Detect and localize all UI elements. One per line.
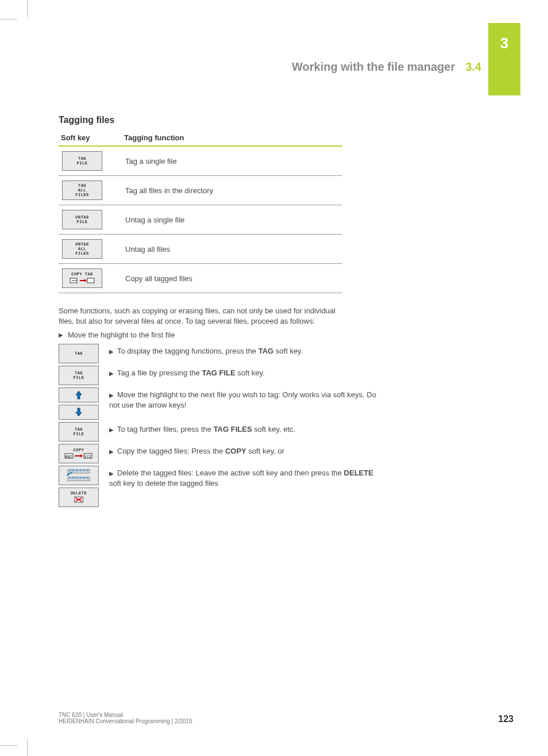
table-cell-desc: Untag all files bbox=[122, 235, 342, 264]
step-text: ▶To display the tagging functions, press… bbox=[109, 344, 380, 356]
table-cell-desc: Copy all tagged files bbox=[122, 264, 342, 293]
softkey-tag-file: TAGFILE bbox=[59, 422, 99, 442]
header-section: 3.4 bbox=[465, 60, 481, 74]
chapter-number: 3 bbox=[500, 34, 508, 52]
page-header: Working with the file manager 3.4 bbox=[292, 60, 481, 74]
back-key bbox=[59, 466, 99, 485]
softkey-row-icon bbox=[64, 469, 93, 482]
triangle-icon: ▶ bbox=[109, 392, 114, 400]
first-bullet: ▶ Move the highlight to the first file bbox=[59, 331, 380, 339]
delete-key: DELETE bbox=[59, 488, 99, 507]
chapter-tab: 3 bbox=[488, 23, 520, 95]
softkey-tag-file: TAGFILE bbox=[59, 366, 99, 385]
footer-line2: HEIDENHAIN Conversational Programming | … bbox=[59, 718, 192, 724]
step-text: ▶Copy the tagged files: Press the COPY s… bbox=[109, 444, 380, 456]
step-text: ▶Delete the tagged files: Leave the acti… bbox=[109, 466, 380, 488]
step-row: TAG▶To display the tagging functions, pr… bbox=[59, 344, 380, 363]
footer-line1: TNC 620 | User's Manual bbox=[59, 712, 192, 718]
softkey-tag-all-files: TAGALLFILES bbox=[62, 181, 102, 200]
softkey-tag: TAG bbox=[59, 344, 99, 363]
softkey-untag-file: UNTAGFILE bbox=[62, 210, 102, 229]
step-row: COPYABCXYZ▶Copy the tagged files: Press … bbox=[59, 444, 380, 463]
arrow-up-key bbox=[59, 387, 99, 402]
arrow-up-icon bbox=[75, 390, 83, 400]
table-row: COPY TAGCopy all tagged files bbox=[59, 264, 342, 293]
step-text: ▶Tag a file by pressing the TAG FILE sof… bbox=[109, 366, 380, 378]
arrow-down-icon bbox=[75, 407, 83, 417]
table-cell-desc: Tag a single file bbox=[122, 146, 342, 176]
section-heading: Tagging files bbox=[59, 115, 380, 125]
svg-text:XYZ: XYZ bbox=[84, 454, 91, 458]
table-row: UNTAGALLFILESUntag all files bbox=[59, 235, 342, 264]
triangle-icon: ▶ bbox=[109, 370, 114, 378]
table-row: UNTAGFILEUntag a single file bbox=[59, 205, 342, 235]
step-text: ▶Move the highlight to the next file you… bbox=[109, 387, 380, 410]
step-row: TAGFILE▶Tag a file by pressing the TAG F… bbox=[59, 366, 380, 385]
arrow-down-key bbox=[59, 405, 99, 420]
table-header-softkey: Soft key bbox=[59, 131, 122, 146]
softkey-copy-tag: COPY TAG bbox=[62, 268, 102, 288]
header-title: Working with the file manager bbox=[292, 60, 455, 74]
triangle-icon: ▶ bbox=[109, 448, 114, 456]
steps-list: TAG▶To display the tagging functions, pr… bbox=[59, 344, 380, 507]
triangle-icon: ▶ bbox=[59, 331, 63, 339]
table-cell-desc: Untag a single file bbox=[122, 205, 342, 235]
svg-rect-1 bbox=[87, 278, 94, 283]
delete-x-icon bbox=[74, 496, 84, 504]
triangle-icon: ▶ bbox=[109, 470, 114, 478]
first-bullet-text: Move the highlight to the first file bbox=[68, 331, 175, 339]
step-text: ▶To tag further files, press the TAG FIL… bbox=[109, 422, 380, 435]
softkey-untag-all-files: UNTAGALLFILES bbox=[62, 239, 102, 259]
triangle-icon: ▶ bbox=[109, 426, 114, 434]
table-cell-desc: Tag all files in the directory bbox=[122, 176, 342, 205]
copy-key: COPYABCXYZ bbox=[59, 444, 99, 463]
copy-tag-icon bbox=[63, 277, 102, 285]
step-row: DELETE▶Delete the tagged files: Leave th… bbox=[59, 466, 380, 507]
triangle-icon: ▶ bbox=[109, 348, 114, 356]
softkey-table: Soft key Tagging function TAGFILETag a s… bbox=[59, 131, 342, 293]
table-row: TAGFILETag a single file bbox=[59, 146, 342, 176]
intro-paragraph: Some functions, such as copying or erasi… bbox=[59, 306, 345, 326]
page-footer: TNC 620 | User's Manual HEIDENHAIN Conve… bbox=[59, 712, 514, 724]
copy-abc-xyz-icon: ABCXYZ bbox=[64, 452, 93, 459]
step-row: ▶Move the highlight to the next file you… bbox=[59, 387, 380, 420]
svg-text:ABC: ABC bbox=[65, 454, 72, 458]
softkey-tag-file: TAGFILE bbox=[62, 151, 102, 171]
table-row: TAGALLFILESTag all files in the director… bbox=[59, 176, 342, 205]
table-header-function: Tagging function bbox=[122, 131, 342, 146]
page-number: 123 bbox=[498, 714, 514, 724]
step-row: TAGFILE▶To tag further files, press the … bbox=[59, 422, 380, 442]
